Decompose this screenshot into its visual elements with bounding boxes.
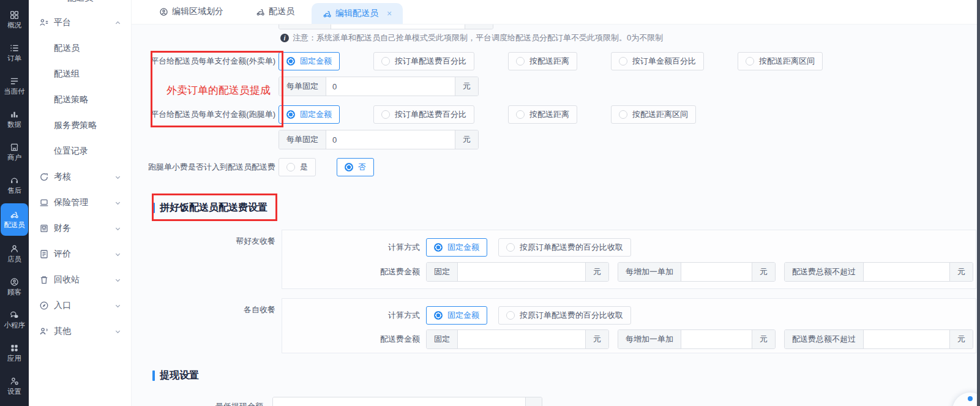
sidebar-item-service-fee-strategy[interactable]: 服务费策略 (29, 113, 131, 138)
input-suffix: 元 (455, 130, 478, 149)
withdraw-min-group (272, 397, 542, 406)
secondary-sidebar-list: 平台 配送员 配送组 配送策略 服务费策略 位置记录 考核 保险管理 财务 (29, 10, 131, 344)
sidebar-item-courier-group[interactable]: 配送组 (29, 61, 131, 87)
tip-row: 跑腿单小费是否计入到配送员配送费 是 否 (132, 158, 374, 176)
tab-edit-region[interactable]: 编辑区域划分 (157, 0, 226, 24)
input-prefix: 每单固定 (279, 130, 326, 149)
sidebar-item-clerk[interactable]: 店员 (0, 237, 29, 270)
radio-label: 固定金额 (447, 310, 479, 321)
radio-by-order-amount-percent[interactable]: 按订单金额百分比 (611, 52, 704, 70)
radio-dot (746, 57, 754, 66)
input-suffix (525, 397, 542, 406)
withdraw-min-input[interactable] (273, 397, 525, 406)
fee-fixed-input[interactable] (458, 330, 585, 348)
sidebar-item-miniprogram[interactable]: 小程序 (0, 303, 29, 336)
chevron-down-icon (114, 303, 121, 309)
radio-by-distance[interactable]: 按配送距离 (508, 52, 577, 70)
radio-fixed-amount[interactable]: 固定金额 (279, 105, 340, 124)
radio-label: 是 (300, 162, 308, 173)
tab-edit-courier[interactable]: 编辑配送员 × (312, 3, 403, 24)
paotui-pay-label: 平台给配送员每单支付金额(跑腿单) (132, 109, 275, 120)
radio-by-distance-range[interactable]: 按配送距离区间 (611, 105, 696, 124)
radio-by-delivery-fee-percent[interactable]: 按订单配送费百分比 (373, 52, 474, 70)
radio-by-delivery-fee-percent[interactable]: 按订单配送费百分比 (373, 105, 474, 124)
sidebar-item-label: 顾客 (1, 288, 29, 296)
sidebar-group-entry[interactable]: 入口 (29, 293, 131, 318)
sidebar-item-courier-child[interactable]: 配送员 (29, 36, 131, 61)
radio-dot (516, 57, 525, 66)
aftersale-icon (10, 176, 19, 185)
radio-no[interactable]: 否 (337, 158, 374, 176)
sidebar-item-label: 配送策略 (54, 94, 88, 105)
radio-yes[interactable]: 是 (279, 158, 316, 176)
sidebar-group-label: 考核 (54, 171, 71, 182)
radio-label: 否 (358, 162, 366, 173)
sidebar-group-finance[interactable]: 财务 (29, 216, 131, 241)
each-own-panel: 计算方式 固定金额 按原订单配送费的百分比收取 配送费金额 固定 元 每增加一单… (282, 298, 976, 353)
paotui-fixed-input[interactable] (326, 130, 455, 149)
radio-by-original-fee-percent[interactable]: 按原订单配送费的百分比收取 (498, 238, 631, 257)
waimai-fixed-input[interactable] (326, 77, 455, 96)
radio-label: 按原订单配送费的百分比收取 (520, 242, 623, 253)
facepay-icon (10, 77, 19, 86)
sidebar-group-assessment[interactable]: 考核 (29, 164, 131, 190)
radio-by-distance-range[interactable]: 按配送距离区间 (738, 52, 823, 70)
sidebar-group-insurance[interactable]: 保险管理 (29, 190, 131, 216)
sidebar-group-recycle[interactable]: 回收站 (29, 267, 131, 293)
fee-per-extra-order-input[interactable] (681, 330, 752, 348)
fee-amount-label: 配送费金额 (282, 266, 420, 277)
input-prefix: 配送费总额不超过 (785, 263, 864, 281)
assessment-icon (39, 172, 49, 182)
fee-max-total-group: 配送费总额不超过 元 (784, 262, 973, 282)
input-prefix: 每增加一单加 (618, 263, 681, 281)
sidebar-item-courier[interactable]: 配送员 (1, 203, 28, 236)
tab-courier[interactable]: 配送员 (253, 0, 297, 24)
sidebar-item-location-record[interactable]: 位置记录 (29, 138, 131, 164)
fee-max-total-input[interactable] (864, 330, 949, 348)
radio-dot (516, 110, 525, 119)
sidebar-item-delivery-strategy[interactable]: 配送策略 (29, 87, 131, 113)
radio-fixed-amount[interactable]: 固定金额 (426, 238, 487, 257)
sidebar-item-overview[interactable]: 概况 (0, 4, 29, 37)
sidebar-item-label: 设置 (1, 388, 29, 396)
sidebar-item-facepay[interactable]: 当面付 (0, 70, 29, 103)
sidebar-item-label: 小程序 (1, 321, 29, 329)
secondary-sidebar: 配送员 平台 配送员 配送组 配送策略 服务费策略 位置记录 考核 保险管理 (29, 0, 132, 406)
sidebar-item-data[interactable]: 数据 (0, 103, 29, 136)
merchant-icon (10, 143, 19, 152)
radio-label: 固定金额 (447, 242, 479, 253)
sidebar-item-settings[interactable]: 设置 (0, 369, 29, 402)
fee-fixed-input[interactable] (458, 263, 585, 281)
sidebar-group-review[interactable]: 评价 (29, 241, 131, 267)
sidebar-group-platform[interactable]: 平台 (29, 10, 131, 36)
fee-max-total-input[interactable] (864, 263, 949, 281)
radio-fixed-amount[interactable]: 固定金额 (279, 52, 340, 70)
scrollbar-edge[interactable] (977, 0, 980, 406)
sidebar-item-merchant[interactable]: 商户 (0, 136, 29, 169)
chevron-down-icon (114, 277, 121, 284)
radio-by-distance[interactable]: 按配送距离 (508, 105, 577, 124)
radio-dot (434, 311, 443, 320)
sidebar-item-orders[interactable]: 订单 (0, 37, 29, 70)
radio-by-original-fee-percent[interactable]: 按原订单配送费的百分比收取 (498, 306, 631, 325)
data-icon (10, 110, 19, 119)
calc-method-row: 计算方式 固定金额 按原订单配送费的百分比收取 (282, 238, 976, 257)
sidebar-item-customer[interactable]: 顾客 (0, 270, 29, 303)
sidebar-item-label: 订单 (1, 55, 29, 62)
clipped-input[interactable] (331, 24, 465, 29)
fee-per-extra-order-input[interactable] (681, 263, 752, 281)
customer-icon (10, 277, 19, 287)
info-icon: i (280, 34, 289, 42)
sidebar-item-aftersale[interactable]: 售后 (0, 169, 29, 202)
close-icon[interactable]: × (387, 9, 392, 18)
withdraw-min-label: 最低提现金额 (132, 401, 263, 406)
chevron-down-icon (114, 328, 121, 335)
radio-fixed-amount[interactable]: 固定金额 (426, 306, 487, 325)
content-area: i 注意：系统派单和配送员自己抢单模式受此项限制，平台调度给配送员分配订单不受此… (132, 24, 980, 406)
sidebar-item-label: 商户 (1, 154, 29, 162)
sidebar-item-apps[interactable]: 应用 (0, 336, 29, 369)
sidebar-item-clipped[interactable]: 配送员 (67, 0, 93, 4)
sidebar-group-other[interactable]: 其他 (29, 318, 131, 344)
calc-method-row: 计算方式 固定金额 按原订单配送费的百分比收取 (282, 306, 976, 325)
waimai-pay-row: 平台给配送员每单支付金额(外卖单) 固定金额 按订单配送费百分比 按配送距离 按… (132, 52, 823, 70)
